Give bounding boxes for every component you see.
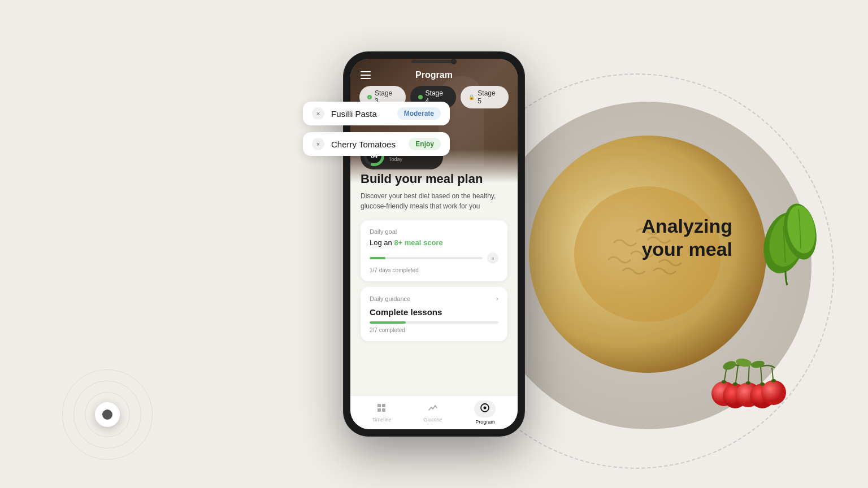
guidance-progress-bg <box>370 321 498 324</box>
daily-goal-main: Log an 8+ meal score <box>370 238 498 247</box>
svg-rect-19 <box>382 404 385 407</box>
phone-camera <box>451 59 457 64</box>
daily-goal-highlight: 8+ meal score <box>394 238 442 247</box>
svg-rect-20 <box>377 408 381 412</box>
nav-item-timeline[interactable]: Timeline <box>366 400 398 425</box>
glucose-nav-label: Glucose <box>423 417 442 422</box>
sensor-button <box>102 409 112 420</box>
svg-rect-18 <box>377 404 381 407</box>
daily-guidance-card[interactable]: Daily guidance › Complete lessons 2/7 co… <box>361 287 507 341</box>
svg-point-1 <box>722 359 737 371</box>
daily-goal-card-title: Daily goal <box>370 228 498 235</box>
meal-plan-title: Build your meal plan <box>361 172 507 186</box>
tomatoes-close-button[interactable]: × <box>312 138 324 150</box>
glucose-icon <box>428 403 438 415</box>
program-icon <box>474 400 496 417</box>
analyzing-text-line1: Analyzing <box>641 215 732 238</box>
svg-point-8 <box>761 380 786 405</box>
bottom-nav: Timeline Glucose <box>350 395 518 429</box>
stage3-check-icon: ✓ <box>367 95 372 99</box>
guidance-header-row: Daily guidance › <box>370 295 498 303</box>
basil-svg <box>756 175 830 288</box>
daily-goal-progress-fill <box>370 257 385 259</box>
guidance-progress-label: 2/7 completed <box>370 327 498 333</box>
analyzing-text-line2: your meal <box>641 238 732 261</box>
basil-decoration <box>756 175 830 290</box>
timeline-icon <box>376 403 387 415</box>
timeline-nav-label: Timeline <box>372 417 392 422</box>
meal-plan-description: Discover your best diet based on the hea… <box>361 191 507 211</box>
daily-goal-progress-icon: ○ <box>487 252 498 264</box>
svg-point-12 <box>760 382 765 386</box>
guidance-progress-fill <box>370 321 406 324</box>
stage-tab-5[interactable]: 🔒 Stage 5 <box>461 86 509 108</box>
daily-goal-progress-bar-wrapper: ○ <box>370 252 498 264</box>
food-tags-container: × Fusilli Pasta Moderate × Cherry Tomato… <box>303 102 450 156</box>
food-tag-tomatoes: × Cherry Tomatoes Enjoy <box>303 132 450 156</box>
menu-button[interactable] <box>361 71 371 79</box>
svg-point-11 <box>746 381 750 385</box>
guidance-arrow-icon: › <box>496 295 498 303</box>
fusilli-close-icon: × <box>316 110 320 117</box>
tomatoes-badge: Enjoy <box>409 138 441 150</box>
svg-point-3 <box>750 360 765 369</box>
tomatoes-svg <box>682 355 795 434</box>
svg-point-13 <box>771 379 776 382</box>
stage5-lock-icon: 🔒 <box>468 94 475 100</box>
tomatoes-name: Cherry Tomatoes <box>331 140 402 149</box>
menu-line-3 <box>361 78 371 79</box>
stage5-label: Stage 5 <box>478 89 501 105</box>
food-tag-fusilli: × Fusilli Pasta Moderate <box>303 102 450 125</box>
guidance-main-text: Complete lessons <box>370 307 498 317</box>
svg-point-23 <box>484 407 487 409</box>
nav-item-glucose[interactable]: Glucose <box>416 400 449 425</box>
daily-goal-card: Daily goal Log an 8+ meal score ○ 1/7 da… <box>361 220 507 281</box>
analyzing-overlay: Analyzing your meal <box>641 215 732 261</box>
menu-line-2 <box>361 75 371 76</box>
phone-notch <box>411 60 457 63</box>
tomatoes-close-icon: × <box>316 141 320 147</box>
sensor-device <box>95 402 120 427</box>
fusilli-close-button[interactable]: × <box>312 107 324 120</box>
stage4-dot-icon <box>418 95 423 99</box>
svg-point-10 <box>733 382 737 386</box>
phone-content: Build your meal plan Discover your best … <box>350 172 518 395</box>
daily-goal-progress-bg <box>370 257 483 259</box>
daily-goal-text: Log an <box>370 238 394 247</box>
svg-point-9 <box>722 380 726 384</box>
guidance-card-title: Daily guidance <box>370 295 410 302</box>
daily-goal-progress-label: 1/7 days completed <box>370 267 498 273</box>
menu-line-1 <box>361 71 371 72</box>
program-nav-label: Program <box>475 419 495 425</box>
tomatoes-group <box>682 355 795 434</box>
metabolism-sublabel: Today <box>389 156 436 162</box>
fusilli-name: Fusilli Pasta <box>331 109 390 119</box>
nav-item-program[interactable]: Program <box>467 398 502 427</box>
svg-rect-21 <box>382 408 385 412</box>
guidance-progress-bar-wrapper <box>370 321 498 324</box>
fusilli-badge: Moderate <box>397 107 441 120</box>
header-title: Program <box>415 70 453 80</box>
